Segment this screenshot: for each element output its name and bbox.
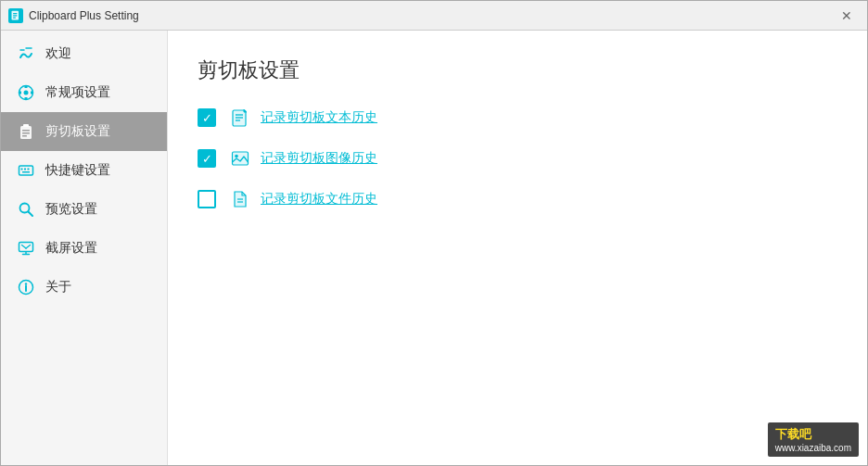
search-icon [16, 199, 36, 220]
checkbox-file-history[interactable] [198, 190, 216, 208]
sidebar-item-preview[interactable]: 预览设置 [1, 190, 167, 229]
sidebar-item-general-label: 常规项设置 [45, 84, 110, 101]
sidebar-item-hotkey-label: 快捷键设置 [45, 162, 110, 179]
setting-image-history-label: 记录剪切板图像历史 [261, 150, 377, 167]
svg-rect-8 [23, 124, 29, 127]
svg-rect-9 [22, 130, 30, 132]
svg-rect-1 [13, 13, 18, 14]
watermark-line2: www.xiazaiba.com [775, 443, 851, 453]
sidebar-item-about-label: 关于 [45, 279, 71, 296]
image-icon [229, 147, 251, 170]
setting-text-history[interactable]: ✓ 记录剪切板文本历史 [198, 107, 837, 129]
file-icon [229, 188, 251, 210]
setting-file-history-label: 记录剪切板文件历史 [261, 191, 377, 208]
checkbox-image-history[interactable]: ✓ [198, 149, 216, 168]
sidebar-item-about[interactable]: 关于 [1, 268, 167, 307]
svg-rect-3 [13, 17, 16, 18]
sidebar-item-screenshot-label: 截屏设置 [45, 240, 97, 257]
sidebar-item-welcome[interactable]: 欢迎 [1, 34, 167, 73]
text-icon [229, 107, 251, 129]
checkmark-image: ✓ [202, 153, 212, 165]
svg-rect-10 [22, 132, 30, 134]
page-title: 剪切板设置 [198, 57, 837, 84]
svg-rect-19 [19, 243, 33, 252]
svg-point-32 [235, 155, 238, 158]
watermark: 下载吧 www.xiazaiba.com [768, 422, 859, 457]
info-icon [16, 277, 36, 297]
close-button[interactable]: ✕ [834, 3, 860, 29]
svg-rect-14 [24, 169, 26, 170]
svg-point-26 [25, 283, 27, 284]
setting-file-history[interactable]: 记录剪切板文件历史 [198, 188, 837, 210]
sidebar-item-hotkey[interactable]: 快捷键设置 [1, 151, 167, 190]
sidebar-item-clipboard[interactable]: 剪切板设置 [1, 112, 167, 151]
wave-icon [16, 44, 36, 64]
content-area: 剪切板设置 ✓ 记录剪切板文本历史 ✓ [168, 31, 867, 465]
svg-rect-11 [22, 135, 27, 137]
svg-point-6 [24, 91, 29, 95]
title-bar: Clipboard Plus Setting ✕ [1, 1, 867, 31]
sidebar-item-general[interactable]: 常规项设置 [1, 73, 167, 112]
gear-icon [16, 82, 36, 103]
svg-line-23 [26, 246, 31, 249]
checkbox-text-history[interactable]: ✓ [198, 108, 216, 127]
sidebar: 欢迎 常规项设置 剪切板设置 [1, 31, 168, 465]
monitor-icon [16, 238, 36, 258]
svg-rect-15 [28, 169, 30, 170]
app-icon [8, 8, 23, 23]
sidebar-item-preview-label: 预览设置 [45, 201, 97, 218]
svg-line-22 [22, 246, 27, 249]
keyboard-icon [16, 160, 36, 181]
sidebar-item-welcome-label: 欢迎 [45, 45, 71, 62]
svg-rect-16 [22, 171, 30, 173]
sidebar-item-screenshot[interactable]: 截屏设置 [1, 229, 167, 268]
svg-rect-2 [13, 15, 18, 16]
checkmark-text: ✓ [202, 112, 212, 124]
svg-line-18 [29, 212, 33, 217]
clipboard-icon [16, 121, 36, 142]
setting-text-history-label: 记录剪切板文本历史 [261, 109, 377, 126]
svg-rect-12 [19, 166, 33, 175]
setting-image-history[interactable]: ✓ 记录剪切板图像历史 [198, 147, 837, 170]
title-bar-text: Clipboard Plus Setting [29, 9, 834, 22]
main-container: 欢迎 常规项设置 剪切板设置 [1, 31, 867, 465]
sidebar-item-clipboard-label: 剪切板设置 [45, 123, 110, 140]
watermark-line1: 下载吧 [775, 426, 851, 443]
svg-rect-13 [21, 169, 23, 170]
